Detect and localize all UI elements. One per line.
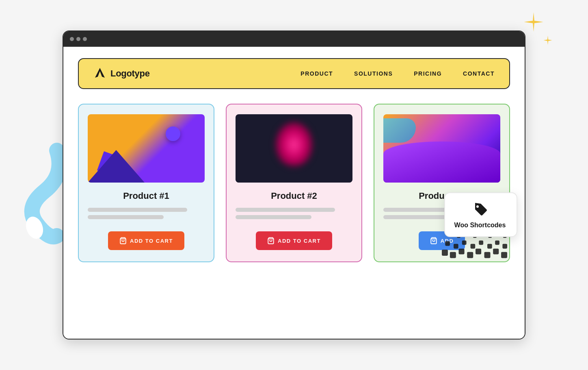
svg-rect-51	[442, 250, 448, 256]
geo-deco	[88, 150, 145, 183]
add-to-cart-label-3: ADD	[441, 238, 454, 244]
product-image-2	[236, 114, 352, 183]
titlebar-dot-1	[70, 37, 74, 41]
svg-rect-49	[495, 241, 499, 245]
product-thumbnail-1	[88, 114, 205, 183]
svg-rect-47	[479, 241, 483, 245]
titlebar-dot-3	[83, 37, 87, 41]
products-grid: Product #1 ADD TO CART	[78, 104, 510, 262]
nav-solutions[interactable]: SOLUTIONS	[354, 70, 393, 77]
nav-links: PRODUCT SOLUTIONS PRICING CONTACT	[300, 70, 495, 77]
svg-rect-54	[467, 252, 473, 258]
deco-swirl-icon	[12, 142, 65, 248]
browser-titlebar	[63, 31, 525, 47]
titlebar-dot-2	[76, 37, 80, 41]
desc-line	[236, 215, 311, 219]
desc-line	[88, 215, 164, 219]
nav-product[interactable]: PRODUCT	[300, 70, 333, 77]
product-name-2: Product #2	[271, 191, 317, 201]
product-thumbnail-3	[383, 114, 500, 183]
svg-rect-46	[471, 244, 476, 249]
star-large-icon	[524, 12, 543, 32]
svg-rect-57	[493, 248, 499, 254]
logo-text: Logotype	[110, 68, 150, 79]
add-to-cart-label-1: ADD TO CART	[130, 238, 173, 244]
add-to-cart-button-2[interactable]: ADD TO CART	[256, 231, 332, 250]
nav-contact[interactable]: CONTACT	[463, 70, 495, 77]
svg-rect-48	[487, 244, 492, 249]
desc-line	[236, 208, 335, 212]
product-desc-2	[236, 208, 352, 222]
product-image-3	[383, 114, 500, 183]
add-to-cart-label-2: ADD TO CART	[278, 238, 321, 244]
star-small-icon	[542, 35, 553, 46]
desc-line	[88, 208, 187, 212]
svg-rect-50	[502, 244, 507, 249]
cart-icon	[267, 237, 275, 244]
product-card-2: Product #2 ADD TO CART	[226, 104, 362, 262]
woo-shortcodes-label: Woo Shortcodes	[454, 222, 506, 229]
navbar: Logotype PRODUCT SOLUTIONS PRICING CONTA…	[78, 58, 510, 89]
svg-rect-55	[476, 248, 481, 254]
browser-window: Logotype PRODUCT SOLUTIONS PRICING CONTA…	[63, 30, 525, 340]
product-thumbnail-2	[236, 114, 352, 183]
svg-point-59	[476, 205, 479, 208]
cart-icon	[430, 237, 437, 244]
svg-rect-52	[450, 252, 456, 258]
svg-rect-56	[484, 252, 491, 258]
woo-shortcodes-tooltip: Woo Shortcodes	[444, 192, 517, 237]
svg-rect-58	[501, 252, 507, 258]
product-card-3: Product #3 ADD	[374, 104, 510, 262]
product-desc-1	[88, 208, 205, 222]
cart-icon	[119, 237, 127, 244]
tag-icon	[472, 201, 488, 218]
product-name-1: Product #1	[123, 191, 169, 201]
product-image-1	[88, 114, 205, 183]
browser-content: Logotype PRODUCT SOLUTIONS PRICING CONTA…	[63, 47, 525, 339]
nav-logo[interactable]: Logotype	[93, 67, 150, 80]
add-to-cart-button-1[interactable]: ADD TO CART	[108, 231, 184, 250]
product-card-1: Product #1 ADD TO CART	[78, 104, 214, 262]
logo-icon	[93, 67, 106, 80]
nav-pricing[interactable]: PRICING	[414, 70, 442, 77]
